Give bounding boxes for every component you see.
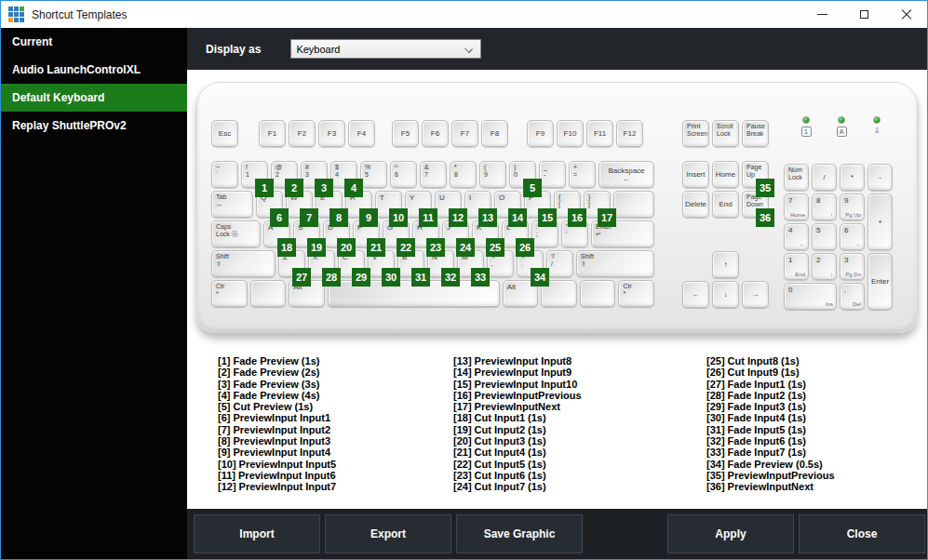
key-8[interactable]: *8 <box>450 161 477 188</box>
key-blank[interactable]: / <box>812 164 837 191</box>
key-f3[interactable]: F3 <box>318 120 345 147</box>
key-f5[interactable]: F5 <box>392 120 419 147</box>
close-button[interactable] <box>885 1 927 28</box>
shortcut-number-badge: 17 <box>598 208 616 227</box>
key-f2[interactable]: F2 <box>289 120 316 147</box>
key-3[interactable]: 3Pg Dn <box>840 253 865 280</box>
key-7[interactable]: &7 <box>420 161 447 188</box>
key-4[interactable]: $44 <box>330 161 357 188</box>
key-blank[interactable]: * <box>840 164 865 191</box>
key-label-top: Shift <box>581 253 653 260</box>
import-button[interactable]: Import <box>194 514 320 553</box>
key-6[interactable]: ^6 <box>390 161 417 188</box>
key-f4[interactable]: F4 <box>348 120 375 147</box>
key-blank[interactable]: ?/ <box>546 250 573 277</box>
key-arrow-left[interactable]: ← <box>682 281 709 308</box>
sidebar-item-current[interactable]: Current <box>1 28 187 56</box>
key-blank[interactable]: .Del <box>840 283 865 310</box>
key-blank[interactable]: += <box>569 161 596 188</box>
key-5[interactable]: %5 <box>360 161 387 188</box>
key-blank[interactable]: }]17 <box>584 191 611 218</box>
key-f9[interactable]: F9 <box>527 120 554 147</box>
sidebar-item-replay-shuttleprov2[interactable]: Replay ShuttlePROv2 <box>1 112 187 140</box>
key-lock[interactable]: NumLock <box>784 164 809 191</box>
key-enter[interactable]: Enter <box>867 253 893 310</box>
key-lock[interactable]: ScrollLock <box>712 120 739 147</box>
key-f11[interactable]: F11 <box>586 120 613 147</box>
app-icon-cell <box>8 7 13 11</box>
key-arrow-right[interactable]: → <box>742 281 769 308</box>
key-blank[interactable]: Shift⇧ <box>211 250 276 277</box>
key-esc[interactable]: Esc <box>211 120 238 147</box>
shortcut-number-badge: 25 <box>486 238 504 257</box>
key-4[interactable]: 4← <box>784 223 809 250</box>
key-9[interactable]: 9Pg Up <box>840 193 865 220</box>
key-0[interactable]: )05 <box>509 161 536 188</box>
key-i[interactable]: I13 <box>464 191 491 218</box>
key-9[interactable]: (9 <box>479 161 506 188</box>
key-arrow-up[interactable]: ↑ <box>712 251 739 278</box>
key-arrow-down[interactable]: ↓ <box>712 281 739 308</box>
key-backspace[interactable]: Backspace← <box>598 161 654 188</box>
minimize-button[interactable] <box>801 1 843 28</box>
key-blank[interactable]: _- <box>539 161 566 188</box>
key-insert[interactable]: Insert <box>682 161 709 188</box>
key-blank[interactable] <box>250 280 287 307</box>
key-f1[interactable]: F1 <box>259 120 286 147</box>
key-blank[interactable]: Ctr* <box>618 280 654 307</box>
key-blank[interactable]: ~` <box>211 161 238 188</box>
key-blank[interactable] <box>580 280 616 307</box>
key-u[interactable]: U12 <box>435 191 462 218</box>
shortcut-column-2: [13] PreviewInput Input8[14] PreviewInpu… <box>453 355 706 493</box>
key-sub-label: Pg Up <box>845 212 861 218</box>
keyboard-row-1: ~`!11@22#33$44%5^6&7*8(9)05_-+=Backspace… <box>211 161 654 188</box>
key-o[interactable]: O14 <box>494 191 521 218</box>
key-f7[interactable]: F7 <box>451 120 478 147</box>
key-f8[interactable]: F8 <box>481 120 508 147</box>
key-label: 4 <box>788 226 808 234</box>
key-2[interactable]: @22 <box>271 161 298 188</box>
key-blank[interactable]: Tab↔ <box>211 191 253 218</box>
key-8[interactable]: 8↑ <box>812 193 837 220</box>
key-label-bottom: = <box>573 171 595 179</box>
key-3[interactable]: #33 <box>301 161 328 188</box>
key-1[interactable]: !11 <box>241 161 268 188</box>
sidebar-item-default-keyboard[interactable]: Default Keyboard <box>1 84 187 112</box>
key-blank[interactable]: + <box>867 193 893 250</box>
key-f12[interactable]: F12 <box>616 120 643 147</box>
key-0[interactable]: 0Ins <box>784 283 837 310</box>
key-t[interactable]: T10 <box>375 191 402 218</box>
key-y[interactable]: Y11 <box>405 191 432 218</box>
key-7[interactable]: 7Home <box>784 193 809 220</box>
apply-button[interactable]: Apply <box>667 514 794 553</box>
shortcut-number-badge: 4 <box>344 179 363 197</box>
key-blank[interactable]: - <box>867 164 893 191</box>
save-graphic-button[interactable]: Save Graphic <box>456 514 583 553</box>
keyboard-row-0: EscF1F2F3F4F5F6F7F8F9F10F11F12 <box>211 120 654 147</box>
key-blank[interactable]: {[16 <box>554 191 581 218</box>
key-2[interactable]: 2↓ <box>812 253 837 280</box>
export-button[interactable]: Export <box>325 514 451 553</box>
key-f10[interactable]: F10 <box>557 120 584 147</box>
close-dialog-button[interactable]: Close <box>799 514 925 553</box>
key-label: - <box>879 173 881 181</box>
maximize-button[interactable] <box>843 1 885 28</box>
sidebar-item-audio-launchcontrolxl[interactable]: Audio LaunchControlXL <box>1 56 187 84</box>
key-screen[interactable]: PrintScreen <box>682 120 709 147</box>
key-blank[interactable] <box>613 191 654 218</box>
key-f6[interactable]: F6 <box>422 120 449 147</box>
key-6[interactable]: 6→ <box>840 223 865 250</box>
led-symbol-icon: ⇩ <box>874 127 881 136</box>
key-blank[interactable]: Ctr* <box>211 280 248 307</box>
key-blank[interactable]: Shift⇧ <box>576 250 654 277</box>
key-home[interactable]: Home <box>712 161 739 188</box>
key-delete[interactable]: Delete <box>682 191 709 218</box>
key-break[interactable]: PauseBreak <box>742 120 769 147</box>
key-end[interactable]: End <box>712 191 739 218</box>
key-up[interactable]: PageUp35 <box>742 161 769 188</box>
key-5[interactable]: 5 <box>812 223 837 250</box>
display-as-dropdown[interactable]: Keyboard <box>290 39 481 59</box>
key-1[interactable]: 1End <box>784 253 809 280</box>
shortcut-item: [8] PreviewInput Input3 <box>218 435 453 447</box>
key-lock[interactable]: CapsLock Ⓐ <box>211 220 261 247</box>
